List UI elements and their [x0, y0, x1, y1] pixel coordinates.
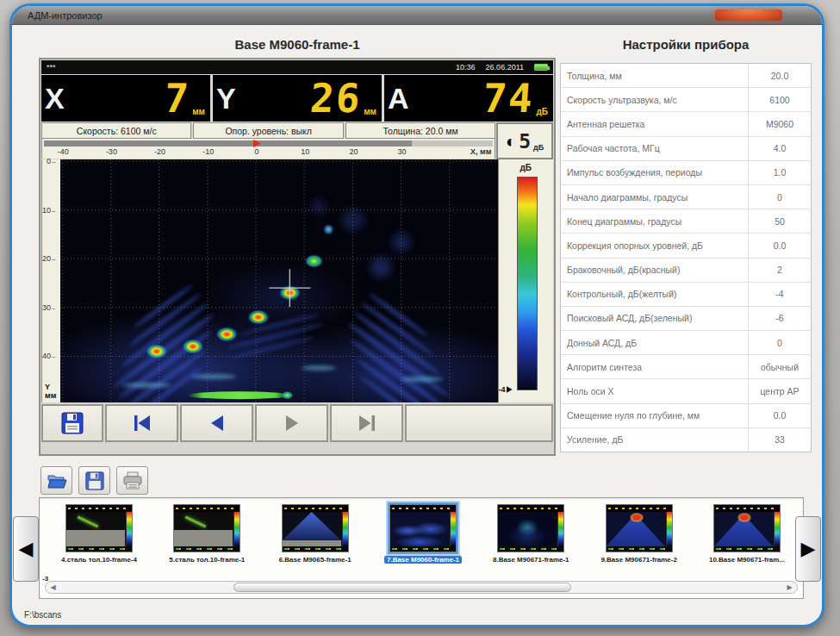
y-tick-label: 0	[47, 157, 55, 165]
device-status-stars: ***	[47, 63, 56, 72]
setting-label: Скорость ультразвука, м/с	[561, 88, 749, 111]
settings-row[interactable]: Браковочный, дБ(красный)2	[561, 259, 811, 283]
y-tick-label: 30	[42, 303, 55, 312]
filmstrip-prev-button[interactable]: ◀	[13, 516, 39, 582]
filmstrip-item[interactable]: 6.Base M9065-frame-1	[264, 504, 366, 571]
scrollbar-right-arrow-icon[interactable]: ▶	[784, 583, 795, 592]
setting-value: обычный	[749, 362, 811, 372]
setting-label: Донный АСД, дБ	[561, 331, 749, 354]
setting-label: Импульс возбуждения, периоды	[561, 161, 749, 184]
scrollbar-thumb[interactable]	[233, 583, 571, 592]
x-tick-label: 20	[342, 147, 364, 156]
save-frame-button[interactable]	[41, 404, 103, 442]
frame-thumbnail[interactable]	[606, 504, 673, 552]
filmstrip-next-button[interactable]: ▶	[795, 516, 821, 582]
tomogram-scan-view[interactable]	[60, 159, 498, 402]
filmstrip-scrollbar[interactable]: ◀ ▶	[45, 581, 798, 594]
print-button[interactable]	[116, 466, 148, 495]
settings-row[interactable]: Донный АСД, дБ0	[561, 331, 811, 355]
frame-thumbnail[interactable]	[389, 504, 457, 552]
first-frame-button[interactable]	[105, 404, 178, 442]
setting-label: Браковочный, дБ(красный)	[561, 259, 749, 282]
filmstrip-item[interactable]: 10.Base M90671-fram...	[696, 504, 798, 571]
floppy-icon	[61, 412, 84, 434]
filmstrip-item[interactable]: 8.Base M90671-frame-1	[480, 504, 582, 571]
info-speed: Скорость: 6100 м/с	[41, 122, 191, 139]
settings-table: Толщина, мм20.0Скорость ультразвука, м/с…	[560, 63, 812, 452]
y-tick-label: 10	[42, 206, 55, 215]
setting-value: центр АР	[749, 386, 811, 396]
open-file-button[interactable]	[40, 466, 72, 495]
colorbar-threshold: -4	[499, 385, 513, 394]
frame-thumbnail[interactable]	[282, 504, 349, 552]
info-ref-level: Опор. уровень: выкл	[193, 122, 343, 139]
filmstrip-item[interactable]: 4.сталь тол.10-frame-4	[48, 504, 150, 571]
settings-row[interactable]: Поисковый АСД, дБ(зеленый)-6	[561, 307, 811, 331]
thumbnail-caption: 7.Base M9060-frame-1	[384, 556, 462, 564]
window-content: Base M9060-frame-1 Настройки прибора ***…	[12, 25, 822, 625]
readout-y-unit: мм	[364, 107, 376, 116]
frame-thumbnail[interactable]	[713, 504, 781, 552]
settings-row[interactable]: Скорость ультразвука, м/с6100	[561, 88, 811, 112]
x-axis-label: X, мм	[470, 147, 491, 156]
info-thickness: Толщина: 20.0 мм	[345, 122, 495, 139]
setting-value: -6	[749, 313, 811, 323]
filmstrip-item[interactable]: 5.сталь тол.10-frame-1	[156, 504, 258, 571]
settings-row[interactable]: Толщина, мм20.0	[561, 64, 811, 88]
settings-row[interactable]: Рабочая частота, МГц4.0	[561, 137, 811, 161]
prev-icon	[208, 414, 227, 433]
settings-row[interactable]: Усиление, дБ33	[561, 428, 811, 452]
prev-frame-button[interactable]	[180, 404, 253, 442]
threshold-marker-icon	[507, 386, 513, 393]
settings-row[interactable]: Импульс возбуждения, периоды1.0	[561, 161, 811, 185]
colorbar-column: дБ -4	[498, 159, 553, 402]
y-tick-label: 40	[42, 352, 55, 360]
toolbar-spacer	[405, 404, 553, 442]
settings-row[interactable]: Ноль оси Xцентр АР	[561, 379, 811, 403]
save-file-button[interactable]	[78, 466, 110, 495]
readout-x: X 7 мм	[41, 75, 210, 122]
frame-thumbnail[interactable]	[497, 504, 564, 552]
gain-step-unit: дБ	[533, 143, 544, 152]
digital-readouts: X 7 мм Y 26 мм A 74 дБ	[41, 75, 553, 122]
settings-row[interactable]: Коррекция опорных уровней, дБ0.0	[561, 234, 811, 258]
folder-open-icon	[47, 472, 67, 489]
close-button[interactable]	[715, 9, 782, 21]
printer-icon	[122, 471, 143, 490]
x-tick-label: -40	[52, 147, 74, 156]
setting-label: Смещение нуля по глубине, мм	[561, 404, 749, 427]
filmstrip-item[interactable]: 9.Base M90671-frame-2	[588, 504, 690, 571]
x-tick-label: 10	[294, 147, 316, 156]
y-tick-label: 20	[42, 254, 55, 263]
y-axis-label: Y мм	[45, 383, 56, 401]
device-date: 26.06.2011	[486, 63, 524, 72]
setting-label: Антенная решетка	[561, 112, 749, 135]
battery-icon	[534, 64, 548, 71]
settings-panel-title: Настройки прибора	[560, 37, 812, 52]
readout-x-value: 7	[63, 78, 191, 118]
status-path: F:\bscans	[24, 610, 61, 620]
setting-value: M9060	[749, 119, 811, 129]
x-tick-label: -30	[100, 147, 122, 156]
x-tick-label: 0	[246, 147, 268, 156]
settings-row[interactable]: Конец диаграммы, градусы50	[561, 209, 811, 234]
frame-thumbnail[interactable]	[173, 504, 240, 552]
tomogram-image	[60, 159, 498, 402]
next-frame-button[interactable]	[255, 404, 328, 442]
settings-row[interactable]: Контрольный, дБ(желтый)-4	[561, 283, 811, 307]
last-frame-button[interactable]	[330, 404, 403, 442]
settings-row[interactable]: Начало диаграммы, градусы0	[561, 185, 811, 209]
setting-value: 6100	[749, 95, 811, 105]
readout-a-unit: дБ	[536, 107, 548, 116]
settings-row[interactable]: Алгоритм синтезаобычный	[561, 355, 811, 379]
colorbar	[517, 177, 538, 390]
readout-a-label: A	[388, 84, 409, 113]
gain-step-value: 5	[519, 130, 531, 153]
filmstrip-item[interactable]: 7.Base M9060-frame-1	[372, 504, 474, 571]
skip-last-icon	[357, 414, 377, 433]
settings-row[interactable]: Антенная решеткаM9060	[561, 112, 811, 136]
frame-thumbnail[interactable]	[65, 504, 133, 552]
settings-row[interactable]: Смещение нуля по глубине, мм0.0	[561, 404, 811, 428]
scrollbar-left-arrow-icon[interactable]: ◀	[47, 583, 59, 592]
window-title: АДМ-интровизор	[28, 10, 103, 21]
